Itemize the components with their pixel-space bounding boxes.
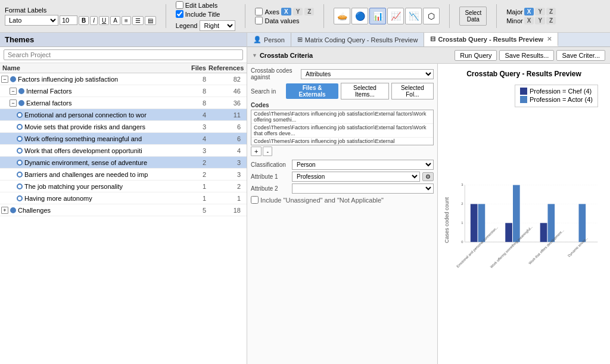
legend-label: Legend — [176, 22, 198, 29]
expand-internal-btn[interactable]: − — [10, 88, 17, 95]
chart-type-radar[interactable]: ⬡ — [423, 8, 440, 24]
tree-row-emotional[interactable]: Emotional and personal connection to wor… — [0, 109, 247, 121]
tree-row-factors[interactable]: − Factors influencing job satisfaction 8… — [0, 73, 247, 85]
align-left-btn[interactable]: ≡ — [122, 16, 131, 25]
search-input[interactable] — [4, 49, 243, 60]
add-code-btn[interactable]: + — [251, 147, 262, 156]
tree-header-row: Name Files References — [0, 63, 247, 73]
chart-type-area[interactable]: 📉 — [405, 8, 422, 24]
select-data-btn[interactable]: Select Data — [459, 7, 487, 26]
bar-g1-actor — [478, 204, 485, 242]
chart-type-bar[interactable]: 📊 — [369, 8, 386, 24]
font-color-btn[interactable]: A — [110, 16, 120, 25]
bold-btn[interactable]: B — [79, 16, 89, 25]
classification-select[interactable]: Person — [292, 160, 434, 170]
edit-labels-check[interactable] — [176, 1, 183, 9]
axis-y-btn[interactable]: Y — [293, 8, 303, 15]
codes-item-2[interactable]: Codes\Themes\Factors influencing job sat… — [251, 138, 433, 145]
remove-code-btn[interactable]: - — [263, 147, 272, 156]
include-unassigned-label[interactable]: Include "Unassigned" and "Not Applicable… — [251, 196, 434, 204]
files-challenges: 5 — [185, 207, 208, 214]
data-values-checkbox[interactable]: Data values — [255, 17, 314, 24]
labels-options-group: Edit Labels Include Title Legend Right — [176, 1, 236, 31]
chart-type-scatter[interactable]: 🔵 — [351, 8, 368, 24]
tree-row-barriers[interactable]: Barriers and challenges are needed to im… — [0, 169, 247, 181]
select-data-group: Select Data — [459, 7, 487, 26]
crosstab-icon: ⊟ — [430, 35, 435, 43]
selected-fol-btn[interactable]: Selected Fol... — [391, 83, 434, 99]
legend-select[interactable]: Right — [200, 20, 235, 31]
chart-type-line[interactable]: 📈 — [387, 8, 404, 24]
label-barriers: Barriers and challenges are needed to im… — [24, 171, 148, 178]
tree-row-moviesets[interactable]: Movie sets that provide risks and danger… — [0, 121, 247, 133]
edit-labels-checkbox[interactable]: Edit Labels — [176, 1, 236, 9]
codes-against-row: Crosstab codes against Attributes — [251, 67, 434, 80]
font-family-select[interactable]: Lato — [5, 15, 58, 26]
tree-row-workoffering[interactable]: Work offering something meaningful and 4… — [0, 133, 247, 145]
include-title-check[interactable] — [176, 10, 183, 18]
align-right-btn[interactable]: ▤ — [145, 16, 156, 25]
svg-text:2: 2 — [461, 202, 463, 206]
tree-row-internal[interactable]: − Internal Factors 8 46 — [0, 85, 247, 97]
align-center-btn[interactable]: ☰ — [132, 16, 144, 25]
tab-person[interactable]: 👤 Person — [247, 33, 291, 46]
underline-btn[interactable]: U — [99, 16, 109, 25]
axes-check[interactable] — [255, 8, 263, 15]
minor-y-btn[interactable]: Y — [535, 17, 545, 24]
run-query-btn[interactable]: Run Query — [455, 50, 497, 61]
refs-challenges: 18 — [208, 207, 244, 214]
chart-type-pie[interactable]: 🥧 — [334, 8, 350, 24]
label-external: External factors — [26, 99, 71, 107]
include-unassigned-check[interactable] — [251, 196, 259, 204]
attribute1-select[interactable]: Profession — [292, 172, 420, 182]
expand-external-btn[interactable]: − — [10, 99, 17, 107]
axis-z-btn[interactable]: Z — [304, 8, 314, 15]
files-emotional: 4 — [185, 111, 208, 119]
save-criteria-btn[interactable]: Save Criter... — [556, 50, 605, 61]
codes-item-1[interactable]: Codes\Themes\Factors influencing job sat… — [251, 124, 433, 138]
files-autonomy: 1 — [185, 195, 208, 202]
refs-workoffering: 6 — [208, 135, 244, 142]
italic-btn[interactable]: I — [90, 16, 98, 25]
major-x-btn[interactable]: X — [524, 8, 534, 15]
tree-row-challenges[interactable]: + Challenges 5 18 — [0, 204, 247, 216]
label-jobmatch: The job matching your personality — [24, 183, 123, 190]
attribute2-select[interactable] — [292, 183, 434, 194]
tree-row-dynamic[interactable]: Dynamic environment, sense of adventure … — [0, 157, 247, 169]
expand-challenges-btn[interactable]: + — [1, 207, 8, 214]
format-labels-label: Format Labels — [5, 7, 46, 14]
tree-row-autonomy[interactable]: Having more autonomy 1 1 — [0, 192, 247, 204]
tree-row-workdev[interactable]: Work that offers development opportuniti… — [0, 145, 247, 157]
refs-autonomy: 1 — [208, 195, 244, 202]
attribute1-label: Attribute 1 — [251, 173, 290, 180]
axis-options-group: Major X Y Z Minor X Y Z — [506, 8, 556, 24]
chart-legend: Profession = Chef (4) Profession = Actor… — [515, 85, 598, 107]
tab-close-btn[interactable]: ✕ — [547, 36, 552, 42]
minor-z-btn[interactable]: Z — [546, 17, 556, 24]
expand-factors-btn[interactable]: − — [1, 76, 8, 83]
major-y-btn[interactable]: Y — [535, 8, 545, 15]
attribute1-settings-btn[interactable]: ⚙ — [422, 172, 434, 181]
major-z-btn[interactable]: Z — [546, 8, 556, 15]
col-refs-header: References — [208, 64, 244, 71]
data-values-check[interactable] — [255, 17, 263, 24]
tree-row-external[interactable]: − External factors 8 36 — [0, 97, 247, 109]
tab-crosstab[interactable]: ⊟ Crosstab Query - Results Preview ✕ — [424, 33, 558, 46]
tab-matrix[interactable]: ⊞ Matrix Coding Query - Results Preview — [291, 33, 425, 46]
axis-x-btn[interactable]: X — [281, 8, 291, 15]
codes-item-0[interactable]: Codes\Themes\Factors influencing job sat… — [251, 110, 433, 124]
font-size-input[interactable] — [60, 15, 77, 25]
codes-against-select[interactable]: Attributes — [301, 69, 434, 79]
bar-g1-chef — [471, 204, 478, 242]
chart-type-group: 🥧 🔵 📊 📈 📉 ⬡ — [334, 8, 440, 24]
axes-checkbox[interactable]: Axes X Y Z — [255, 8, 314, 15]
minor-x-btn[interactable]: X — [524, 17, 534, 24]
tree-row-jobmatch[interactable]: The job matching your personality 1 2 — [0, 181, 247, 192]
bar-g2-actor — [513, 185, 520, 242]
files-externals-btn[interactable]: Files & Externals — [286, 83, 338, 99]
selected-items-btn[interactable]: Selected Items... — [341, 83, 389, 99]
include-title-checkbox[interactable]: Include Title — [176, 10, 236, 18]
save-results-btn[interactable]: Save Results... — [499, 50, 554, 61]
codes-against-label: Crosstab codes against — [251, 67, 298, 80]
files-workdev: 3 — [185, 147, 208, 154]
